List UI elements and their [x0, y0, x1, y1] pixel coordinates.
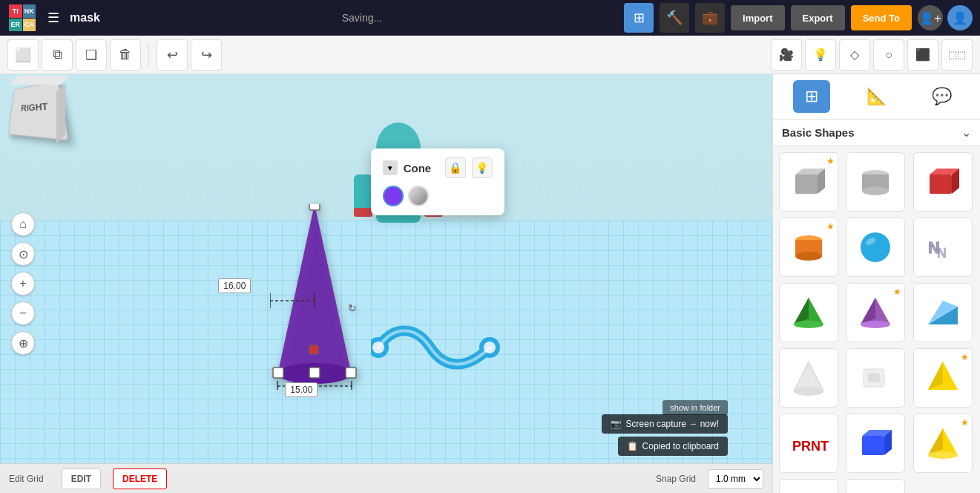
- copy-btn[interactable]: ⧉: [42, 39, 73, 71]
- cone-shape[interactable]: ↻ 16.00 15.00: [270, 204, 359, 393]
- home-btn[interactable]: ⌂: [11, 212, 35, 236]
- shape-sphere-svg: [855, 226, 896, 268]
- shape-pyramid-purple-svg: [855, 292, 896, 333]
- add-user-icon[interactable]: 👤+: [918, 5, 943, 30]
- svg-point-42: [794, 321, 823, 328]
- star-icon: ★: [961, 352, 969, 362]
- viewport[interactable]: RIGHT ⌂ ⊙ + − ⊕: [0, 74, 772, 493]
- topbar: TI NK ER CA ☰ mask Saving... ⊞ 🔨 💼 Impor…: [0, 0, 980, 36]
- shape-misc1[interactable]: [846, 348, 905, 408]
- profile-avatar[interactable]: 👤: [947, 5, 973, 30]
- redo-btn[interactable]: ↪: [191, 39, 222, 71]
- lock-icon-btn[interactable]: 🔒: [445, 157, 466, 178]
- light-btn[interactable]: 💡: [805, 39, 836, 71]
- shape-pyramid-purple[interactable]: ★: [846, 283, 905, 342]
- shape-text3d[interactable]: N N: [913, 218, 973, 277]
- cone-popup-title: Cone: [404, 162, 432, 174]
- shape-box[interactable]: ★: [779, 152, 838, 212]
- align-btn[interactable]: ⬛: [907, 39, 938, 71]
- clipboard-toast: 📋 Copied to clipboard: [618, 437, 728, 456]
- cone-popup-arrow[interactable]: ▼: [383, 160, 398, 175]
- sendto-btn[interactable]: Send To: [851, 5, 912, 30]
- shape-pyramid-green[interactable]: [779, 283, 838, 342]
- shape-box-blue[interactable]: [846, 414, 905, 473]
- right-panel: ⊞ 📐 💬 Basic Shapes ⌄ ★: [772, 74, 980, 493]
- grid-view-btn[interactable]: ⊞: [624, 3, 654, 33]
- delete-bottom-btn[interactable]: DELETE: [113, 468, 167, 489]
- nav-cube[interactable]: RIGHT: [7, 82, 67, 141]
- circle-btn[interactable]: ○: [873, 39, 904, 71]
- logo-cell-tr: NK: [23, 4, 36, 18]
- cube-label: RIGHT: [21, 102, 48, 114]
- svg-rect-9: [273, 368, 283, 378]
- shape-gray-cone2[interactable]: [846, 479, 905, 493]
- saving-status: Saving...: [342, 12, 382, 24]
- project-name[interactable]: mask: [70, 11, 100, 25]
- svg-point-45: [861, 321, 890, 328]
- zoom-in-btn[interactable]: +: [11, 272, 35, 296]
- snap-grid-select[interactable]: 1.0 mm: [708, 469, 763, 489]
- shape-misc2-star[interactable]: ★: [913, 348, 973, 408]
- panel-tab-chat[interactable]: 💬: [923, 80, 960, 113]
- briefcase-btn[interactable]: 💼: [695, 3, 725, 33]
- undo-btn[interactable]: ↩: [157, 39, 188, 71]
- flip-btn[interactable]: ⬚⬚: [941, 39, 973, 71]
- shape-pyramid-green-svg: [788, 292, 829, 333]
- shape-box-red[interactable]: [913, 152, 973, 212]
- zoom-out-btn[interactable]: −: [11, 301, 35, 325]
- clipboard-text: Copied to clipboard: [642, 441, 719, 451]
- user-icons: 👤+ 👤: [918, 5, 973, 30]
- screenshot-icon: 📷: [611, 419, 622, 429]
- logo-cell-tl: TI: [9, 4, 22, 18]
- shape-wedge-blue-svg: [922, 292, 964, 333]
- shape-sphere[interactable]: [846, 218, 905, 277]
- color-purple[interactable]: [383, 186, 404, 206]
- svg-point-50: [794, 387, 823, 396]
- shape-cylinder[interactable]: [846, 152, 905, 212]
- shape-cylinder-orange[interactable]: ★: [779, 218, 838, 277]
- shape-wedge-blue[interactable]: [913, 283, 973, 342]
- shape-pyramid-yellow2[interactable]: ★: [913, 414, 973, 473]
- screenshot-toast: 📷 Screen capture → now!: [602, 414, 728, 434]
- shape-cone-white-svg: [788, 357, 829, 399]
- svg-text:N: N: [937, 246, 947, 261]
- toolbar2: ⬜ ⧉ ❑ 🗑 ↩ ↪ 🎥 💡 ◇ ○ ⬛ ⬚⬚: [0, 36, 980, 74]
- fit-btn[interactable]: ⊙: [11, 242, 35, 266]
- camera-view-btn[interactable]: 🎥: [771, 39, 802, 71]
- panel-top-icons: ⊞ 📐 💬: [773, 74, 980, 120]
- panel-tab-grid[interactable]: ⊞: [793, 80, 830, 113]
- import-btn[interactable]: Import: [731, 5, 784, 30]
- shape-cone-white[interactable]: [779, 348, 838, 408]
- panel-header-dropdown[interactable]: ⌄: [961, 125, 971, 140]
- delete-btn[interactable]: 🗑: [110, 39, 141, 71]
- export-btn[interactable]: Export: [791, 5, 845, 30]
- shape-cylinder-svg: [855, 161, 896, 203]
- snap-grid-label: Snap Grid: [656, 474, 696, 484]
- cone-popup-icons: 🔒 💡: [445, 157, 493, 178]
- show-in-folder[interactable]: show in folder: [662, 400, 728, 415]
- cone-popup-colors: [383, 186, 493, 206]
- svg-text:↻: ↻: [348, 302, 357, 314]
- shape-btn[interactable]: ◇: [839, 39, 870, 71]
- shape-cylinder-blue2[interactable]: [779, 479, 838, 493]
- main-area: RIGHT ⌂ ⊙ + − ⊕: [0, 74, 980, 493]
- layers-btn[interactable]: ⊕: [11, 331, 35, 355]
- cone-svg: ↻: [270, 204, 359, 390]
- new-workspace-btn[interactable]: ⬜: [7, 39, 39, 71]
- shape-gray-cone2-svg: [855, 488, 896, 493]
- svg-rect-10: [346, 368, 356, 378]
- tinkercad-logo[interactable]: TI NK ER CA: [7, 3, 37, 33]
- panel-tab-ruler[interactable]: 📐: [858, 80, 895, 113]
- topbar-left: TI NK ER CA ☰ mask: [7, 3, 100, 33]
- toolbar-separator: [148, 43, 149, 67]
- hamburger-icon[interactable]: ☰: [45, 7, 62, 29]
- svg-rect-12: [309, 345, 318, 354]
- svg-rect-24: [795, 174, 818, 194]
- bulb-icon-btn[interactable]: 💡: [472, 157, 493, 178]
- shape-text-red[interactable]: PRNT: [779, 414, 838, 473]
- duplicate-btn[interactable]: ❑: [76, 39, 107, 71]
- shape-box-red-svg: [922, 161, 964, 203]
- edit-btn[interactable]: EDIT: [62, 468, 101, 489]
- color-gray[interactable]: [408, 186, 429, 206]
- hammer-btn[interactable]: 🔨: [660, 3, 689, 33]
